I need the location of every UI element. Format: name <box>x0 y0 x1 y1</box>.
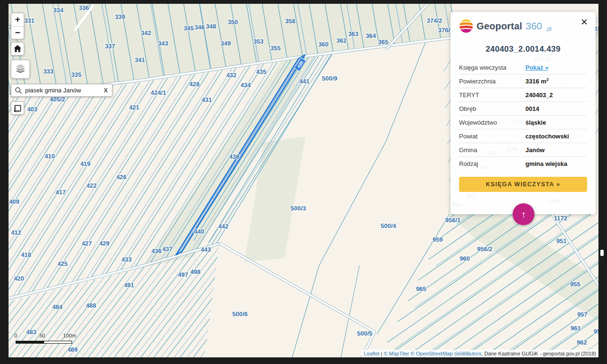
parcel-label: 363 <box>348 30 359 37</box>
parcel-label: 346 <box>194 24 205 31</box>
search-icon[interactable] <box>15 87 22 94</box>
parcel-label: 957 <box>577 311 588 318</box>
parcel-label: 498 <box>190 268 201 275</box>
parcel-label: 364 <box>366 32 376 39</box>
parcel-label: 488 <box>86 302 96 309</box>
info-row-label: Województwo <box>459 119 525 126</box>
parcel-label: 365 <box>378 38 388 46</box>
parcel-label: 500/3 <box>291 205 306 212</box>
parcel-label: 422 <box>86 182 97 189</box>
parcel-label: 362 <box>336 37 347 44</box>
info-row-value: 240403_2 <box>525 91 553 99</box>
parcel-label: 335 <box>71 71 82 78</box>
parcel-label: 441 <box>299 78 310 85</box>
info-row-label: Księga wieczysta <box>459 64 525 71</box>
parcel-label: 955 <box>570 281 580 288</box>
parcel-label: 500/6 <box>232 310 248 318</box>
measure-button[interactable] <box>11 101 24 115</box>
parcel-label: 426 <box>116 173 127 181</box>
ksiega-wieczysta-button[interactable]: KSIĘGA WIECZYSTA » <box>459 177 587 192</box>
parcel-label: 437 <box>162 246 173 253</box>
info-row-label: Obręb <box>459 105 525 112</box>
arrow-up-icon: ↑ <box>521 209 526 220</box>
parcel-label: 959 <box>432 236 443 243</box>
parcel-label: 360 <box>318 41 329 48</box>
attribution-link[interactable]: © OpenStreetMap contributors <box>411 351 481 356</box>
parcel-label: 956/1 <box>445 217 461 224</box>
parcel-label: 421 <box>129 104 139 111</box>
logo-360: 360 <box>525 20 542 32</box>
parcel-label: 500/5 <box>357 330 373 337</box>
parcel-label: 434 <box>240 82 251 89</box>
scale-label-50: 50 <box>39 333 45 338</box>
parcel-label: 484 <box>52 303 63 310</box>
info-row-value: częstochowski <box>525 133 569 140</box>
scale-label-0: 0 <box>14 333 17 338</box>
parcel-label: 440 <box>194 228 204 235</box>
attribution-text: , Dane Kastralne GUGiK - geoportal.gov.p… <box>481 351 596 356</box>
info-row: TERYT240403_2 <box>459 88 587 102</box>
info-row-label: Powiat <box>459 133 525 140</box>
attribution-text: | <box>379 351 384 356</box>
parcel-info-panel: Geoportal360.pl ✕ 240403_2.0014.439 Księ… <box>451 12 596 214</box>
parcel-attributes: Księga wieczystaPokaż »Powierzchnia3316 … <box>459 61 587 171</box>
parcel-label: 962 <box>577 339 587 346</box>
info-row: Województwośląskie <box>459 116 587 129</box>
parcel-label: 345 <box>184 25 194 32</box>
parcel-label: 489 <box>67 346 78 353</box>
zoom-control: + − <box>11 13 24 39</box>
home-button[interactable] <box>11 42 24 55</box>
parcel-label: 358 <box>285 18 295 25</box>
search-box: X <box>11 84 112 97</box>
parcel-label: 497 <box>178 271 188 278</box>
info-row-value: Janów <box>525 146 544 154</box>
info-row-value: 3316 m2 <box>525 77 549 85</box>
layers-button[interactable] <box>11 60 30 79</box>
parcel-label: 428 <box>189 81 200 88</box>
logo-text: Geoportal <box>477 21 522 32</box>
info-row-label: Gmina <box>459 146 525 154</box>
map-canvas[interactable]: 4393343363393313334233734134334534634835… <box>9 4 598 357</box>
parcel-label: 433 <box>121 256 132 263</box>
parcel-label: 339 <box>115 13 125 20</box>
attribution-link[interactable]: Leaflet <box>364 351 379 356</box>
search-clear-icon[interactable]: X <box>103 87 109 94</box>
info-row-value: 0014 <box>525 105 539 112</box>
info-row-label: Powierzchnia <box>459 78 525 85</box>
parcel-label: 403 <box>27 106 37 113</box>
parcel-label: 956/2 <box>477 246 493 253</box>
parcel-label: 438 <box>229 153 239 160</box>
frame-notch <box>600 250 604 256</box>
geoportal-globe-icon <box>459 19 473 33</box>
scale-bar-graphic <box>16 341 72 344</box>
info-row: Księga wieczystaPokaż » <box>459 61 587 74</box>
parcel-label: 353 <box>253 38 264 45</box>
parcel-label: 424/1 <box>151 89 166 96</box>
info-row: Obręb0014 <box>459 102 587 116</box>
scroll-up-fab[interactable]: ↑ <box>513 203 534 225</box>
attribution-link[interactable]: © MapTiler <box>384 351 409 356</box>
parcel-label: 431 <box>202 96 212 103</box>
pokaz-link[interactable]: Pokaż » <box>525 64 548 71</box>
parcel-label: 960 <box>460 255 470 262</box>
info-row: Powierzchnia3316 m2 <box>459 74 587 88</box>
scale-label-100: 100m <box>63 333 76 338</box>
zoom-out-button[interactable]: − <box>11 27 24 39</box>
info-row-value: gmina wiejska <box>525 160 567 167</box>
panel-close-icon[interactable]: ✕ <box>580 18 588 27</box>
parcel-label: 355 <box>270 45 281 52</box>
parcel-label: 436 <box>151 247 162 255</box>
parcel-label: 412 <box>11 229 21 236</box>
scale-bar: 0 50 100m <box>16 333 75 344</box>
parcel-label: 965 <box>416 285 426 292</box>
zoom-in-button[interactable]: + <box>11 13 24 27</box>
parcel-label: 961 <box>570 325 581 332</box>
logo-tld: .pl <box>545 26 552 33</box>
parcel-label: 331 <box>24 17 35 24</box>
parcel-label: 337 <box>105 43 115 50</box>
home-icon <box>13 45 22 53</box>
parcel-label: 405/2 <box>50 96 65 103</box>
parcel-label: 350 <box>228 18 238 26</box>
search-input[interactable] <box>25 87 100 94</box>
parcel-label: 442 <box>218 223 229 230</box>
